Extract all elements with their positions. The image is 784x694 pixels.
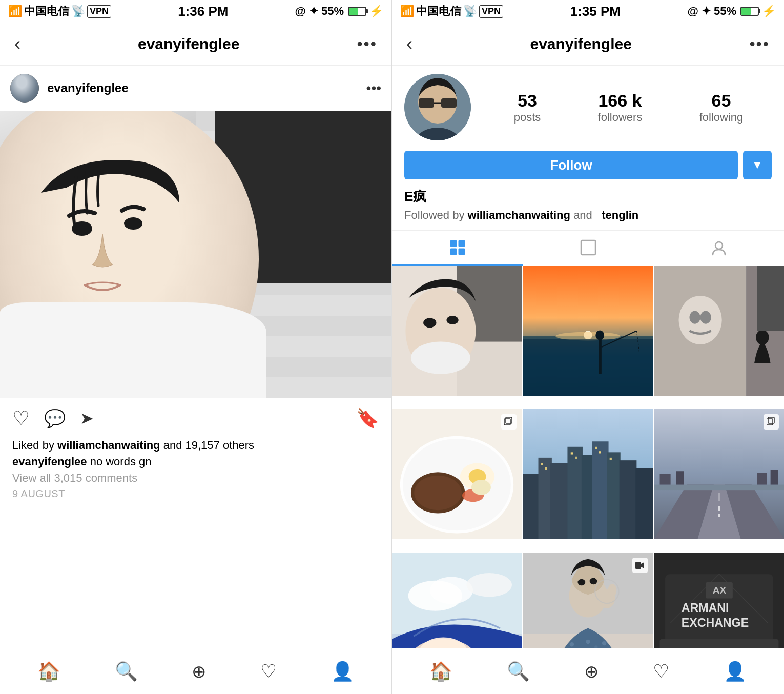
right-icons-left: @ ✦ 55% ⚡ [295, 5, 384, 18]
profile-header: 53 posts 166 k followers 65 following [392, 66, 784, 151]
search-tab-right[interactable]: 🔍 [507, 661, 530, 682]
followed-by-text: Followed by williamchanwaiting and _teng… [404, 209, 772, 222]
activity-tab-left[interactable]: ♡ [260, 661, 277, 682]
tab-tagged[interactable] [653, 231, 784, 266]
add-tab-left[interactable]: ⊕ [192, 661, 206, 682]
svg-rect-10 [450, 249, 457, 255]
grid-cell-1[interactable] [392, 266, 522, 396]
svg-rect-53 [567, 447, 583, 539]
grid-cell-4[interactable] [392, 409, 522, 539]
caption-body: no words gn [90, 455, 152, 468]
battery-percent: 55% [321, 5, 344, 18]
activity-tab-right[interactable]: ♡ [653, 661, 669, 682]
posts-label: posts [514, 111, 541, 124]
comment-button[interactable]: 💬 [44, 408, 66, 428]
following-count: 65 [699, 91, 744, 111]
bluetooth-icon: ✦ [309, 5, 318, 18]
followers-count: 166 k [598, 91, 643, 111]
svg-rect-69 [654, 485, 784, 491]
wifi-icon-r: 📡 [463, 5, 477, 18]
multi-icon [504, 417, 513, 426]
liked-user[interactable]: williamchanwaiting [57, 439, 160, 452]
follower2-link[interactable]: _tenglin [595, 209, 638, 221]
grid-cell-5[interactable] [523, 409, 653, 539]
svg-rect-5 [419, 98, 434, 108]
search-tab-left[interactable]: 🔍 [115, 661, 138, 682]
bio-area: E疯 Followed by williamchanwaiting and _t… [392, 188, 784, 230]
multi-post-icon-2 [764, 414, 779, 430]
profile-avatar[interactable] [404, 74, 471, 140]
svg-text:EXCHANGE: EXCHANGE [682, 616, 749, 629]
battery-icon-left [348, 7, 366, 16]
svg-point-42 [414, 476, 462, 510]
svg-point-33 [678, 296, 721, 344]
svg-rect-47 [504, 419, 510, 425]
posts-stat[interactable]: 53 posts [514, 91, 541, 124]
more-button-left[interactable]: ••• [357, 34, 377, 53]
nav-bar-left: ‹ evanyifenglee ••• [0, 23, 391, 66]
back-button-left[interactable]: ‹ [14, 33, 20, 55]
svg-point-46 [471, 480, 491, 495]
post-more-button[interactable]: ••• [366, 80, 381, 96]
profile-stats: 53 posts 166 k followers 65 following [485, 91, 772, 124]
grid-cell-2[interactable] [523, 266, 653, 396]
svg-rect-70 [660, 474, 671, 485]
like-button[interactable]: ♡ [12, 407, 30, 430]
grid-cell-3[interactable] [654, 266, 784, 396]
svg-point-27 [595, 330, 604, 340]
location-icon-r: @ [688, 5, 698, 18]
liked-by-text: Liked by williamchanwaiting and 19,157 o… [12, 439, 379, 452]
home-tab-left[interactable]: 🏠 [37, 661, 60, 682]
grid-cell-6[interactable] [654, 409, 784, 539]
nav-bar-right: ‹ evanyifenglee ••• [392, 23, 784, 66]
tab-grid[interactable] [392, 231, 523, 266]
share-button[interactable]: ➤ [80, 409, 94, 428]
svg-rect-51 [539, 458, 552, 539]
svg-point-13 [715, 242, 723, 249]
svg-rect-59 [541, 463, 543, 465]
followers-stat[interactable]: 166 k followers [598, 91, 643, 124]
post-header: evanyifenglee ••• [0, 66, 391, 111]
tab-list[interactable] [523, 231, 653, 266]
home-tab-right[interactable]: 🏠 [429, 661, 452, 682]
status-bar-right: 📶 中国电信 📡 VPN 1:35 PM @ ✦ 55% ⚡ [392, 0, 784, 23]
more-button-right[interactable]: ••• [749, 34, 770, 53]
charging-icon: ⚡ [369, 5, 383, 18]
svg-text:AX: AX [713, 585, 727, 596]
bookmark-button[interactable]: 🔖 [356, 407, 379, 429]
dropdown-chevron: ▼ [752, 158, 763, 172]
post-username[interactable]: evanyifenglee [47, 81, 358, 95]
svg-rect-9 [459, 240, 465, 247]
wifi-icon: 📡 [71, 5, 85, 18]
svg-rect-74 [767, 419, 773, 425]
svg-point-87 [570, 642, 574, 646]
action-bar: ♡ 💬 ➤ 🔖 [0, 398, 391, 439]
vpn-badge: VPN [87, 5, 111, 18]
svg-rect-12 [581, 240, 595, 255]
post-avatar[interactable] [10, 74, 39, 103]
battery-percent-r: 55% [714, 5, 736, 18]
add-tab-right[interactable]: ⊕ [584, 661, 599, 682]
bottom-nav-left: 🏠 🔍 ⊕ ♡ 👤 [0, 648, 391, 694]
profile-tab-left[interactable]: 👤 [331, 661, 354, 682]
follower1-link[interactable]: williamchanwaiting [468, 209, 570, 221]
svg-rect-61 [571, 453, 573, 455]
followers-label: followers [598, 111, 643, 124]
follow-area: Follow ▼ [392, 151, 784, 188]
follow-dropdown-button[interactable]: ▼ [743, 151, 772, 179]
svg-rect-75 [768, 417, 774, 423]
avatar-svg [404, 74, 471, 140]
svg-point-20 [446, 316, 458, 324]
view-comments-link[interactable]: View all 3,015 comments [12, 472, 379, 485]
svg-point-95 [590, 578, 597, 584]
caption-username[interactable]: evanyifenglee [12, 455, 87, 468]
svg-text:ARMANI: ARMANI [682, 601, 729, 615]
follow-button[interactable]: Follow [404, 151, 738, 179]
grid-icon [449, 239, 466, 256]
svg-rect-63 [595, 447, 597, 449]
svg-rect-65 [610, 458, 612, 460]
multi-icon-2 [767, 417, 776, 426]
back-button-right[interactable]: ‹ [406, 33, 412, 55]
profile-tab-right[interactable]: 👤 [724, 661, 747, 682]
following-stat[interactable]: 65 following [699, 91, 744, 124]
